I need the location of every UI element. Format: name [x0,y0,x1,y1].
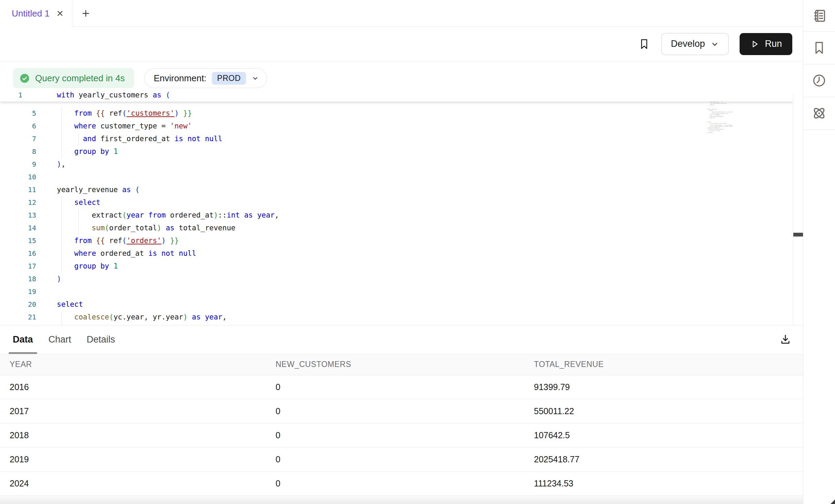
line-number: 11 [0,183,36,196]
line-number: 7 [0,133,36,145]
table-cell: 2019 [0,447,276,471]
environment-label: Environment: [154,73,206,84]
line-number: 13 [0,209,36,222]
sticky-code-line[interactable]: 1with yearly_customers as ( [0,89,793,102]
query-status-text: Query completed in 4s [35,73,125,84]
run-label: Run [765,39,782,49]
history-panel-button[interactable] [803,64,835,97]
code-editor[interactable]: 1with yearly_customers as ( 5 from {{ re… [0,89,793,325]
query-status-badge: Query completed in 4s [13,68,134,88]
results-table: YEARNEW_CUSTOMERSTOTAL_REVENUE 201609139… [0,354,803,496]
line-number: 8 [0,145,36,158]
code-line[interactable]: 7 and first_ordered_at is not null [0,133,793,145]
results-tab-data[interactable]: Data [11,325,34,354]
table-row: 20180107642.5 [0,423,803,447]
code-line[interactable]: 1with yearly_customers as ( [0,89,793,102]
develop-label: Develop [671,39,705,49]
app-window: Untitled 1 ✕ Develop [0,0,835,504]
line-number: 10 [0,171,36,183]
develop-dropdown[interactable]: Develop [661,33,729,55]
line-number: 12 [0,196,36,209]
table-cell: 550011.22 [534,399,803,423]
column-header: TOTAL_REVENUE [534,354,803,375]
editor-region: Query completed in 4s Environment: PROD … [0,61,803,325]
bookmark-icon [812,40,827,55]
column-header: YEAR [0,354,276,375]
code-line[interactable]: 17 group by 1 [0,260,793,273]
table-cell: 107642.5 [534,423,803,447]
editor-tab-bar: Untitled 1 ✕ [0,0,803,27]
tab-untitled-1[interactable]: Untitled 1 ✕ [0,0,72,27]
table-cell: 0 [276,399,534,423]
code-line[interactable]: 18) [0,273,793,285]
table-cell: 2024 [0,471,276,495]
column-header: NEW_CUSTOMERS [276,354,534,375]
table-cell: 2018 [0,423,276,447]
line-number: 18 [0,273,36,285]
results-tab-bar: DataChartDetails [0,325,803,354]
run-button[interactable]: Run [740,33,792,55]
code-line[interactable]: 16 where ordered_at is not null [0,247,793,260]
code-line[interactable]: 13 extract(year from ordered_at)::int as… [0,209,793,222]
minimap-line: order by 1 [708,132,746,133]
notebook-panel-button[interactable] [803,0,835,32]
results-tab-chart[interactable]: Chart [47,325,73,354]
line-number: 5 [0,107,36,120]
horizontal-scrollbar[interactable] [0,495,803,504]
close-icon[interactable]: ✕ [56,9,64,18]
table-cell: 2016 [0,375,276,399]
download-button[interactable] [779,333,792,346]
line-number: 17 [0,260,36,273]
line-number: 21 [0,311,36,324]
code-line[interactable]: 10 [0,171,793,183]
history-clock-icon [812,73,827,88]
code-line[interactable]: 19 [0,285,793,298]
code-line[interactable]: 11yearly_revenue as ( [0,183,793,196]
download-icon [779,333,792,346]
toolbar: Develop Run [0,27,803,61]
editor-scrollbar-track[interactable] [793,94,803,325]
code-line[interactable]: 6 where customer_type = 'new' [0,120,793,133]
code-line[interactable]: 14 sum(order_total) as total_revenue [0,222,793,234]
table-cell: 0 [276,375,534,399]
right-sidebar [803,0,835,504]
code-line[interactable]: 8 group by 1 [0,145,793,158]
table-cell: 91399.79 [534,375,803,399]
tab-label: Untitled 1 [12,8,50,19]
dbt-lineage-icon [811,105,827,121]
table-row: 20170550011.22 [0,399,803,423]
table-row: 2016091399.79 [0,375,803,399]
play-icon [750,39,760,49]
line-number: 16 [0,247,36,260]
lineage-panel-button[interactable] [803,97,835,130]
code-line[interactable]: 20select [0,298,793,311]
code-line[interactable]: 12 select [0,196,793,209]
line-number: 1 [0,89,22,102]
results-tab-details[interactable]: Details [85,325,117,354]
table-cell: 0 [276,471,534,495]
chevron-down-icon [246,74,259,82]
chevron-down-icon [710,40,719,49]
editor-scrollbar-thumb[interactable] [793,233,803,237]
code-line[interactable]: 21 coalesce(yc.year, yr.year) as year, [0,311,793,324]
table-cell: 0 [276,447,534,471]
results-panel: DataChartDetails YEARNEW_CUSTOMERSTOTAL_… [0,325,803,504]
code-line[interactable]: 5 from {{ ref('customers') }} [0,107,793,120]
resize-grip[interactable] [831,500,835,504]
table-row: 20240111234.53 [0,471,803,495]
code-line[interactable]: 15 from {{ ref('orders') }} [0,234,793,247]
check-circle-icon [19,73,30,84]
bookmarks-panel-button[interactable] [803,32,835,64]
table-cell: 0 [276,423,534,447]
line-number: 20 [0,298,36,311]
line-number: 6 [0,120,36,133]
environment-dropdown[interactable]: Environment: PROD [144,68,267,88]
bookmark-icon [638,38,650,50]
new-tab-button[interactable] [74,0,98,27]
line-number: 15 [0,234,36,247]
notebook-icon [812,8,827,23]
table-cell: 111234.53 [534,471,803,495]
code-line[interactable]: 9), [0,158,793,171]
main-content: Untitled 1 ✕ Develop [0,0,803,504]
bookmark-button[interactable] [638,38,650,50]
